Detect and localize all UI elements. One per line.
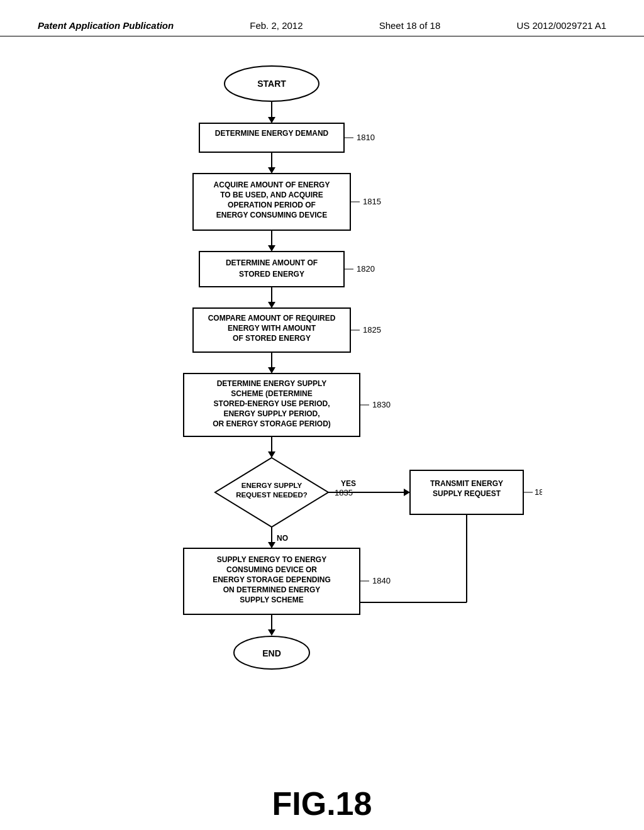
publication-title: Patent Application Publication <box>38 20 174 31</box>
svg-marker-24 <box>268 302 275 308</box>
svg-text:1830: 1830 <box>372 400 391 409</box>
svg-text:OPERATION PERIOD OF: OPERATION PERIOD OF <box>228 201 316 209</box>
svg-marker-2 <box>268 117 275 123</box>
svg-text:1815: 1815 <box>363 197 381 206</box>
svg-text:NO: NO <box>277 534 288 543</box>
svg-marker-17 <box>268 245 275 252</box>
svg-text:DETERMINE ENERGY SUPPLY: DETERMINE ENERGY SUPPLY <box>217 379 327 388</box>
svg-text:DETERMINE AMOUNT OF: DETERMINE AMOUNT OF <box>226 258 318 267</box>
svg-marker-70 <box>268 629 275 636</box>
svg-text:ON DETERMINED ENERGY: ON DETERMINED ENERGY <box>223 585 321 594</box>
svg-marker-59 <box>268 542 275 548</box>
svg-text:DETERMINE ENERGY DEMAND: DETERMINE ENERGY DEMAND <box>215 129 329 138</box>
svg-text:SUPPLY REQUEST: SUPPLY REQUEST <box>433 489 501 498</box>
page: Patent Application Publication Feb. 2, 2… <box>0 0 644 830</box>
figure-label: FIG.18 <box>272 785 372 822</box>
svg-text:TRANSMIT ENERGY: TRANSMIT ENERGY <box>430 479 503 488</box>
svg-rect-18 <box>199 252 344 287</box>
svg-text:1845: 1845 <box>535 487 542 497</box>
svg-text:STORED ENERGY: STORED ENERGY <box>239 270 304 279</box>
svg-text:YES: YES <box>341 479 356 488</box>
svg-text:ENERGY SUPPLY PERIOD,: ENERGY SUPPLY PERIOD, <box>223 409 319 418</box>
svg-text:REQUEST NEEDED?: REQUEST NEEDED? <box>236 491 308 499</box>
svg-text:SUPPLY SCHEME: SUPPLY SCHEME <box>240 595 303 604</box>
pub-date: Feb. 2, 2012 <box>250 20 303 31</box>
svg-text:1825: 1825 <box>363 325 381 335</box>
svg-text:ENERGY STORAGE DEPENDING: ENERGY STORAGE DEPENDING <box>213 575 331 584</box>
svg-marker-48 <box>404 489 410 496</box>
svg-text:1810: 1810 <box>357 133 375 142</box>
flowchart-svg: START DETERMINE ENERGY DEMAND 1810 ACQUI… <box>102 55 542 766</box>
svg-text:ENERGY SUPPLY: ENERGY SUPPLY <box>242 482 303 489</box>
header: Patent Application Publication Feb. 2, 2… <box>0 0 644 36</box>
svg-marker-8 <box>268 167 275 174</box>
svg-text:SUPPLY ENERGY TO ENERGY: SUPPLY ENERGY TO ENERGY <box>217 555 326 564</box>
svg-text:STORED-ENERGY USE PERIOD,: STORED-ENERGY USE PERIOD, <box>214 399 330 408</box>
svg-rect-3 <box>199 123 344 152</box>
svg-text:END: END <box>262 648 281 658</box>
start-label: START <box>257 79 286 89</box>
svg-text:ENERGY WITH AMOUNT: ENERGY WITH AMOUNT <box>228 324 316 333</box>
svg-text:SCHEME (DETERMINE: SCHEME (DETERMINE <box>231 389 312 398</box>
svg-text:ACQUIRE AMOUNT OF ENERGY: ACQUIRE AMOUNT OF ENERGY <box>214 180 330 189</box>
svg-text:OR ENERGY STORAGE PERIOD): OR ENERGY STORAGE PERIOD) <box>213 419 331 428</box>
svg-text:COMPARE AMOUNT OF REQUIRED: COMPARE AMOUNT OF REQUIRED <box>208 314 336 323</box>
svg-marker-32 <box>268 367 275 374</box>
svg-text:CONSUMING DEVICE OR: CONSUMING DEVICE OR <box>226 565 317 574</box>
svg-text:TO BE USED, AND ACQUIRE: TO BE USED, AND ACQUIRE <box>220 191 323 199</box>
svg-text:OF STORED ENERGY: OF STORED ENERGY <box>233 334 311 343</box>
patent-number: US 2012/0029721 A1 <box>516 20 606 31</box>
sheet-info: Sheet 18 of 18 <box>379 20 441 31</box>
svg-text:ENERGY CONSUMING DEVICE: ENERGY CONSUMING DEVICE <box>216 211 327 219</box>
svg-marker-42 <box>268 451 275 458</box>
svg-text:1820: 1820 <box>357 264 375 274</box>
svg-text:1840: 1840 <box>372 576 391 585</box>
